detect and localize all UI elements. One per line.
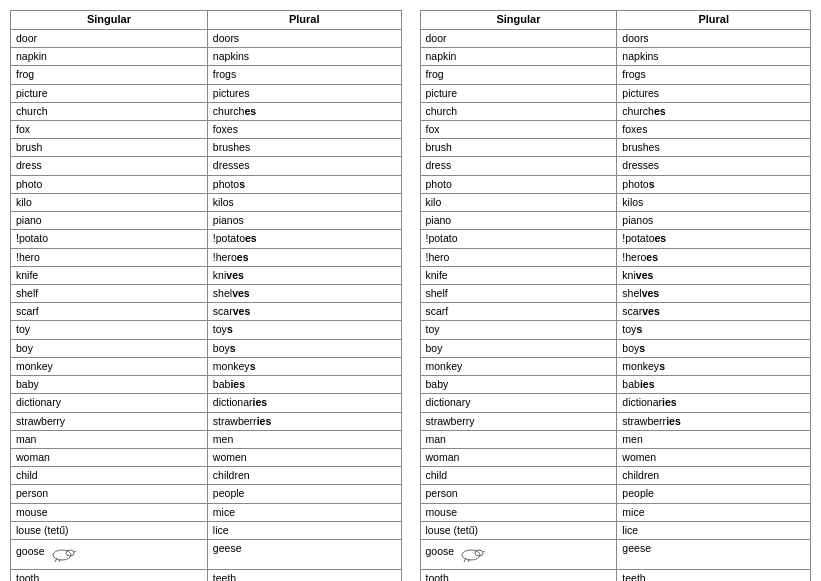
table-row: personpeople — [11, 485, 402, 503]
plural-cell: geese — [207, 540, 401, 570]
plural-cell: men — [617, 430, 811, 448]
singular-cell: goose — [11, 540, 208, 570]
table-row: foxfoxes — [420, 121, 811, 139]
plural-cell: dresses — [617, 157, 811, 175]
table-row: toothteeth — [11, 570, 402, 581]
table-row: manmen — [420, 430, 811, 448]
plural-cell: foxes — [617, 121, 811, 139]
singular-cell: woman — [420, 448, 617, 466]
table-row: churchchurches — [11, 102, 402, 120]
singular-cell: child — [11, 467, 208, 485]
singular-cell: brush — [420, 139, 617, 157]
singular-cell: goose — [420, 540, 617, 570]
plural-cell: children — [617, 467, 811, 485]
table-row: !potato!potatoes — [11, 230, 402, 248]
singular-cell: door — [420, 29, 617, 47]
table-row: mousemice — [11, 503, 402, 521]
page: esles.com Singular Plural doordoorsnapki… — [0, 0, 821, 581]
table-row: strawberrystrawberries — [420, 412, 811, 430]
plural-cell: mice — [207, 503, 401, 521]
singular-cell: strawberry — [11, 412, 208, 430]
table-row: scarfscarves — [11, 303, 402, 321]
table-row: photophotos — [420, 175, 811, 193]
svg-point-16 — [462, 550, 480, 560]
table-row: monkeymonkeys — [11, 357, 402, 375]
table-row: strawberrystrawberries — [11, 412, 402, 430]
table-row: personpeople — [420, 485, 811, 503]
table-row: shelfshelves — [420, 285, 811, 303]
plural-cell: scarves — [207, 303, 401, 321]
singular-cell: kilo — [11, 193, 208, 211]
table-row: !potato!potatoes — [420, 230, 811, 248]
table-row: knifeknives — [420, 266, 811, 284]
singular-cell: boy — [420, 339, 617, 357]
singular-cell: louse (tetű) — [420, 521, 617, 539]
table-row: frogfrogs — [420, 66, 811, 84]
singular-cell: monkey — [420, 357, 617, 375]
singular-cell: mouse — [420, 503, 617, 521]
singular-cell: person — [11, 485, 208, 503]
plural-cell: brushes — [207, 139, 401, 157]
table-row: foxfoxes — [11, 121, 402, 139]
singular-cell: scarf — [11, 303, 208, 321]
singular-cell: piano — [11, 212, 208, 230]
table-row: toothteeth — [420, 570, 811, 581]
singular-cell: door — [11, 29, 208, 47]
singular-cell: mouse — [11, 503, 208, 521]
singular-cell: picture — [420, 84, 617, 102]
singular-cell: man — [11, 430, 208, 448]
table-row: brushbrushes — [420, 139, 811, 157]
table-row: manmen — [11, 430, 402, 448]
plural-cell: boys — [207, 339, 401, 357]
right-table-container: Singular Plural doordoorsnapkinnapkinsfr… — [420, 10, 812, 581]
plural-cell: kilos — [617, 193, 811, 211]
svg-point-0 — [53, 550, 71, 560]
singular-cell: knife — [420, 266, 617, 284]
table-row: picturepictures — [11, 84, 402, 102]
plural-cell: strawberries — [617, 412, 811, 430]
table-row: knifeknives — [11, 266, 402, 284]
singular-cell: dress — [11, 157, 208, 175]
plural-cell: pianos — [207, 212, 401, 230]
table-row: babybabies — [420, 376, 811, 394]
table-row: brushbrushes — [11, 139, 402, 157]
plural-cell: !potatoes — [207, 230, 401, 248]
table-row: boyboys — [420, 339, 811, 357]
left-header-plural: Plural — [207, 11, 401, 30]
table-row: babybabies — [11, 376, 402, 394]
table-row: womanwomen — [420, 448, 811, 466]
plural-cell: people — [207, 485, 401, 503]
plural-cell: geese — [617, 540, 811, 570]
table-row: dressdresses — [420, 157, 811, 175]
plural-cell: shelves — [207, 285, 401, 303]
table-row: doordoors — [11, 29, 402, 47]
plural-cell: people — [617, 485, 811, 503]
singular-cell: frog — [11, 66, 208, 84]
plural-cell: scarves — [617, 303, 811, 321]
right-table: Singular Plural doordoorsnapkinnapkinsfr… — [420, 10, 812, 581]
table-row: !hero!heroes — [420, 248, 811, 266]
plural-cell: boys — [617, 339, 811, 357]
plural-cell: toys — [207, 321, 401, 339]
table-row: kilokilos — [420, 193, 811, 211]
plural-cell: photos — [617, 175, 811, 193]
singular-cell: toy — [11, 321, 208, 339]
singular-cell: louse (tetű) — [11, 521, 208, 539]
plural-cell: lice — [617, 521, 811, 539]
singular-cell: person — [420, 485, 617, 503]
plural-cell: toys — [617, 321, 811, 339]
singular-cell: dress — [420, 157, 617, 175]
singular-cell: fox — [11, 121, 208, 139]
table-row: pianopianos — [420, 212, 811, 230]
plural-cell: foxes — [207, 121, 401, 139]
plural-cell: frogs — [207, 66, 401, 84]
table-row: goose geese — [420, 540, 811, 570]
plural-cell: women — [207, 448, 401, 466]
table-row: goose geese — [11, 540, 402, 570]
singular-cell: fox — [420, 121, 617, 139]
singular-cell: !potato — [11, 230, 208, 248]
plural-cell: knives — [617, 266, 811, 284]
table-row: dictionarydictionaries — [420, 394, 811, 412]
plural-cell: children — [207, 467, 401, 485]
plural-cell: !heroes — [617, 248, 811, 266]
